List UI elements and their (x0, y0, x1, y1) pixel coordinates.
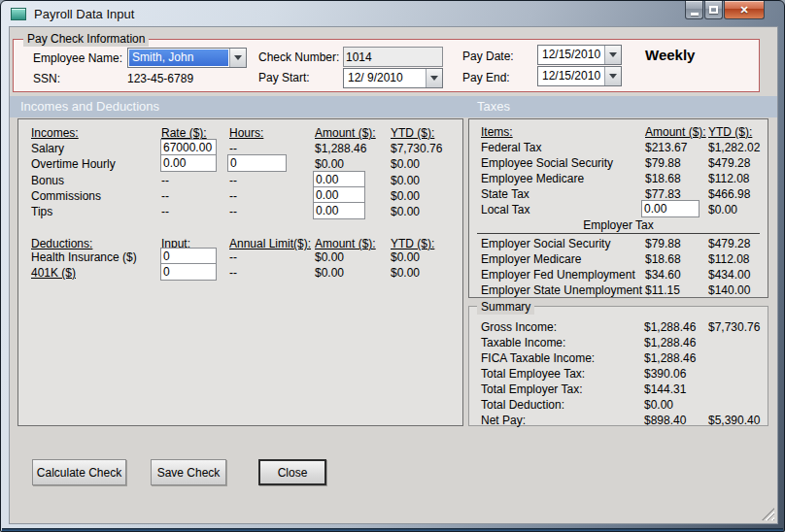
tips-ytd: $0.00 (391, 204, 420, 219)
net-pay-ytd: $5,390.40 (708, 413, 760, 428)
overtime-rate-input[interactable] (160, 154, 217, 172)
chevron-down-icon (609, 74, 617, 79)
commissions-rate: -- (161, 188, 169, 204)
pay-date-value: 12/15/2010 (539, 47, 603, 63)
pay-start-picker[interactable]: 12/ 9/2010 (343, 68, 443, 88)
pay-date-dropdown-button[interactable] (604, 46, 621, 64)
income-row-label: Salary (31, 141, 64, 156)
minimize-icon (691, 13, 699, 16)
emp-medicare-amount: $18.68 (645, 171, 681, 186)
tax-amount-col-header: Amount ($): (645, 124, 706, 140)
annual-limit-col-header: Annual Limit($): (229, 236, 311, 251)
check-number-label: Check Number: (258, 50, 339, 65)
bonus-rate: -- (161, 173, 169, 188)
total-employee-tax-amount: $390.06 (644, 366, 686, 382)
summary-row-label: Total Deduction: (481, 397, 564, 413)
save-check-button[interactable]: Save Check (151, 459, 226, 485)
employer-tax-header: Employer Tax (469, 217, 768, 233)
net-pay-amount: $898.40 (644, 413, 686, 428)
chevron-down-icon (430, 76, 438, 81)
client-area: Pay Check Information Employee Name: Smi… (9, 26, 778, 524)
overtime-hours-input[interactable] (227, 154, 287, 172)
gross-income-ytd: $7,730.76 (708, 319, 760, 335)
pay-date-label: Pay Date: (462, 49, 514, 64)
summary-row-label: Net Pay: (481, 413, 526, 428)
tips-hours: -- (229, 204, 237, 219)
chevron-down-icon (609, 52, 617, 57)
incomes-deductions-panel: Incomes: Rate ($): Hours: Amount ($): YT… (17, 118, 463, 426)
commissions-ytd: $0.00 (391, 188, 420, 204)
state-tax-ytd: $466.98 (708, 186, 750, 202)
er-ss-amount: $79.88 (645, 236, 681, 251)
titlebar[interactable]: Payroll Data Input ✕ (1, 1, 784, 26)
fica-taxable-amount: $1,288.46 (644, 350, 696, 366)
taxes-panel: Items: Amount ($): YTD ($): Federal Tax … (468, 118, 768, 298)
ssn-value: 123-45-6789 (127, 71, 193, 86)
401k-link[interactable]: 401K ($) (31, 265, 76, 281)
pay-end-label: Pay End: (462, 70, 510, 85)
pay-frequency-label: Weekly (645, 47, 695, 63)
bonus-ytd: $0.00 (391, 173, 420, 188)
window-controls: ✕ (685, 1, 765, 19)
incomes-col-header: Incomes: (31, 125, 79, 141)
pay-start-dropdown-button[interactable] (426, 69, 442, 87)
pay-start-label: Pay Start: (258, 70, 310, 85)
payroll-window: Payroll Data Input ✕ Pay Check Informati… (0, 0, 785, 532)
employer-tax-divider (477, 233, 760, 234)
er-ss-ytd: $479.28 (708, 236, 750, 251)
close-icon: ✕ (739, 4, 748, 17)
maximize-icon (709, 6, 718, 14)
tax-row-label: Employer Social Security (481, 236, 610, 251)
section-header-band: Incomes and Deductions Taxes (10, 96, 777, 117)
income-row-label: Overtime Hourly (31, 156, 116, 172)
summary-row-label: FICA Taxable Income: (481, 350, 595, 366)
check-number-input[interactable] (343, 47, 443, 67)
salary-amount: $1,288.46 (315, 141, 366, 156)
taxable-income-amount: $1,288.46 (644, 335, 696, 350)
close-window-button[interactable]: ✕ (724, 1, 765, 19)
local-tax-input[interactable] (641, 200, 700, 217)
er-state-unemp-amount: $11.15 (645, 283, 680, 298)
commissions-hours: -- (229, 188, 237, 204)
summary-row-label: Total Employer Tax: (481, 382, 583, 397)
window-title: Payroll Data Input (34, 7, 134, 21)
calculate-check-button[interactable]: Calculate Check (32, 459, 126, 485)
overtime-amount: $0.00 (315, 156, 344, 172)
ytd-col-header: YTD ($): (391, 125, 434, 141)
pay-end-picker[interactable]: 12/15/2010 (537, 66, 622, 86)
chevron-down-icon (234, 55, 242, 60)
health-amount: $0.00 (315, 249, 344, 265)
tax-ytd-col-header: YTD ($): (708, 124, 752, 140)
summary-row-label: Total Employee Tax: (481, 366, 585, 382)
pay-end-value: 12/15/2010 (539, 68, 603, 84)
tax-row-label: State Tax (481, 186, 529, 202)
tips-rate: -- (161, 204, 169, 219)
pay-end-dropdown-button[interactable] (604, 67, 621, 85)
401k-input[interactable] (160, 263, 217, 281)
employee-dropdown-button[interactable] (229, 49, 246, 67)
summary-group: Summary Gross Income: $1,288.46 $7,730.7… (468, 306, 768, 426)
health-ytd: $0.00 (391, 249, 420, 265)
minimize-button[interactable] (685, 1, 703, 19)
employee-name-select[interactable]: Smith, John (127, 48, 247, 68)
close-button[interactable]: Close (258, 459, 326, 485)
tax-row-label: Employee Social Security (481, 155, 613, 171)
tips-amount-input[interactable] (313, 202, 365, 219)
pay-start-value: 12/ 9/2010 (345, 70, 425, 86)
maximize-button[interactable] (704, 1, 723, 19)
tax-row-label: Employer State Unemployment (481, 283, 642, 298)
paycheck-group-title: Pay Check Information (23, 31, 149, 47)
app-icon (11, 8, 26, 20)
incomes-deductions-header: Incomes and Deductions (20, 99, 159, 115)
income-row-label: Bonus (31, 173, 64, 188)
401k-limit: -- (229, 265, 237, 281)
er-medicare-amount: $18.68 (645, 251, 681, 267)
income-row-label: Commissions (31, 188, 101, 204)
overtime-ytd: $0.00 (391, 156, 420, 172)
pay-date-picker[interactable]: 12/15/2010 (537, 45, 622, 65)
hours-col-header: Hours: (229, 125, 263, 141)
summary-row-label: Taxable Income: (481, 335, 565, 350)
tax-row-label: Employer Fed Unemployment (481, 267, 635, 283)
resize-grip[interactable] (762, 508, 774, 520)
federal-tax-amount: $213.67 (645, 140, 687, 155)
